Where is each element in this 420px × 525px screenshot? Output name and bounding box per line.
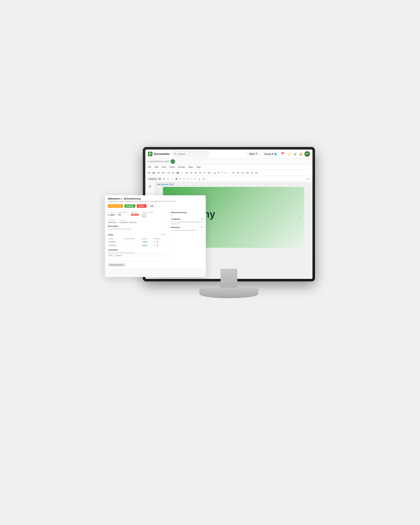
toolbar-quote-btn[interactable]: ": [228, 172, 230, 174]
toolbar-type-btn[interactable]: T: [221, 172, 223, 174]
toolbar-highlight-btn[interactable]: A▾: [198, 172, 202, 174]
toolbar-table-btn[interactable]: ▦▾: [152, 172, 156, 174]
doc-nav-link[interactable]: NH Bericht 2024: [155, 182, 312, 187]
goal-desc-2: -: [123, 244, 141, 247]
toolbar-redo-btn[interactable]: ↪: [190, 178, 193, 180]
menu-format[interactable]: Format: [178, 166, 185, 168]
toolbar-more-btn[interactable]: T▾: [254, 172, 258, 174]
toolbar-settings2-btn[interactable]: ⚙: [202, 178, 205, 180]
doc-arrow-btn[interactable]: ›: [300, 215, 301, 220]
fp-right: Referenced Areas 0 Assignees ✏ This task…: [168, 209, 206, 269]
toolbar-layout-btn[interactable]: ⊞▾: [147, 172, 151, 174]
toolbar-img-btn[interactable]: 🖼▾: [176, 172, 180, 174]
menu-tools[interactable]: Tools: [188, 166, 193, 168]
menu-insert[interactable]: Insert: [169, 166, 175, 168]
toolbar-code-btn[interactable]: {}▾: [157, 172, 160, 174]
group-badge[interactable]: Group A 👥: [262, 152, 279, 156]
delete-goal-1-icon[interactable]: 🗑: [157, 241, 158, 243]
toolbar-italic-btn[interactable]: I: [211, 172, 213, 174]
year-badge[interactable]: 2023 📅: [247, 152, 260, 156]
submit-comment-btn[interactable]: Submit Comment: [108, 263, 125, 266]
header-icons: 🚩 🌙 📊 🔔 ES: [281, 151, 310, 157]
goals-col-name: Name: [108, 237, 123, 240]
toolbar-photo-btn[interactable]: 🖼: [175, 178, 178, 180]
fp-hold-btn[interactable]: Set On Hold: [108, 204, 123, 208]
toolbar-color-btn[interactable]: A▾: [194, 172, 197, 174]
toolbar-font-btn[interactable]: A▾: [189, 172, 193, 174]
fp-progress-block: Progress 0%: [118, 211, 128, 217]
fp-comments-empty: No comments have been posted yet: [108, 252, 165, 254]
fp-reviewer-header: Reviewers ✏: [171, 226, 203, 228]
menu-edit[interactable]: Edit: [155, 166, 158, 168]
toolbar-align-btn[interactable]: ≡▾: [232, 172, 235, 174]
bell-icon[interactable]: 🔔: [299, 152, 303, 156]
toolbar-dash-btn[interactable]: —: [171, 178, 174, 180]
fp-ref-value: 0: [171, 215, 203, 216]
goal-desc-1: -: [123, 240, 141, 244]
chart-icon[interactable]: 📊: [293, 152, 297, 156]
goals-col-desc: Description: [123, 237, 141, 240]
fp-edit-btn[interactable]: Edit: [148, 204, 156, 208]
fp-fulfillment-value: ○: [142, 214, 154, 217]
toolbar-superscript-btn[interactable]: A²: [203, 172, 206, 174]
toolbar-pen-btn[interactable]: ✏: [224, 172, 227, 174]
goals-col-actions: Actions: [153, 237, 165, 240]
app-logo: Documents: [148, 152, 170, 156]
fp-status-text: Open: [110, 214, 115, 216]
fp-reviewers-title: Reviewers: [171, 226, 180, 228]
toolbar-symbol2-btn[interactable]: ™: [182, 178, 186, 180]
toolbar-undo-btn[interactable]: ↩: [186, 178, 189, 180]
toolbar-bullet-btn[interactable]: ☰▾: [245, 172, 250, 174]
fp-progress-label: Progress: [118, 211, 128, 213]
toolbar-underline-btn[interactable]: U: [214, 172, 216, 174]
add-goal-btn[interactable]: + Goal: [160, 234, 165, 235]
fp-assignees-text: This task / action has not been assigned…: [171, 221, 203, 225]
flag-icon[interactable]: 🚩: [281, 152, 285, 156]
toolbar-num-btn[interactable]: ≡▾: [250, 172, 254, 174]
edit-goal-1-icon[interactable]: ✏: [153, 241, 155, 243]
toolbar-format-btn[interactable]: ¶▾: [172, 172, 175, 174]
comment-input[interactable]: [108, 254, 165, 261]
toolbar-anchor-btn[interactable]: ⚓: [198, 178, 201, 180]
fp-body: Status Open Progress 0% Priority Highe: [105, 209, 206, 269]
delete-goal-2-icon[interactable]: 🗑: [157, 244, 158, 246]
toolbar-down-btn[interactable]: ↓: [206, 178, 208, 180]
fp-delete-btn[interactable]: Delete: [137, 204, 147, 208]
goals-col-status: Status: [141, 237, 153, 240]
fp-maturity-block: Maturity 30/03/2024: [108, 220, 116, 224]
heading-select[interactable]: Heading 1: [147, 177, 162, 181]
toolbar-check-btn[interactable]: ✓: [181, 172, 184, 174]
menu-help[interactable]: Help: [196, 166, 201, 168]
fp-footer: [105, 269, 206, 277]
menu-view[interactable]: View: [161, 166, 166, 168]
user-bar: 1 connected user (me) ES: [145, 158, 312, 165]
goal-actions-2: ✏ 🗑: [153, 244, 165, 247]
scene: Documents 🔍 2023 📅 Group A 👥: [105, 147, 315, 336]
toolbar-graph-btn[interactable]: 📈: [166, 178, 170, 180]
toolbar-cut-btn[interactable]: ✂: [194, 178, 197, 180]
edit-reviewers-icon[interactable]: ✏: [201, 226, 203, 228]
toolbar-indent-btn[interactable]: ⇥▾: [236, 172, 240, 174]
toolbar-time-btn[interactable]: 🕐▾: [166, 172, 171, 174]
toolbar-indent2-btn[interactable]: ⇤▾: [241, 172, 245, 174]
edit-assignees-icon[interactable]: ✏: [201, 218, 203, 220]
fp-period-value: 01/01/2023 - 30/3/2023: [119, 222, 137, 224]
toolbar-strike-btn[interactable]: S̶: [217, 172, 220, 174]
goal-name-1: Aufgabe 1: [108, 240, 123, 244]
sidebar-toggle-btn[interactable]: ☰: [147, 184, 153, 189]
goal-actions-1: ✏ 🗑: [153, 240, 165, 244]
menu-file[interactable]: File: [148, 166, 151, 168]
search-input[interactable]: [178, 153, 207, 155]
toolbar-ai-btn[interactable]: AI▾: [185, 172, 189, 174]
fp-finalize-btn[interactable]: Finalize: [124, 204, 135, 208]
search-bar[interactable]: 🔍: [172, 151, 210, 157]
toolbar-bold-btn[interactable]: B: [208, 172, 210, 174]
edit-goal-2-icon[interactable]: ✏: [153, 244, 155, 246]
toolbar-grid-btn[interactable]: ⊞: [163, 178, 166, 180]
user-avatar[interactable]: ES: [305, 151, 310, 157]
monitor-stand-neck: [221, 269, 237, 290]
fp-progress-value: 0%: [118, 214, 128, 216]
toolbar-symbol-btn[interactable]: ©: [179, 178, 181, 180]
toolbar-list-btn[interactable]: ☰▾: [161, 172, 165, 174]
theme-icon[interactable]: 🌙: [287, 152, 291, 156]
